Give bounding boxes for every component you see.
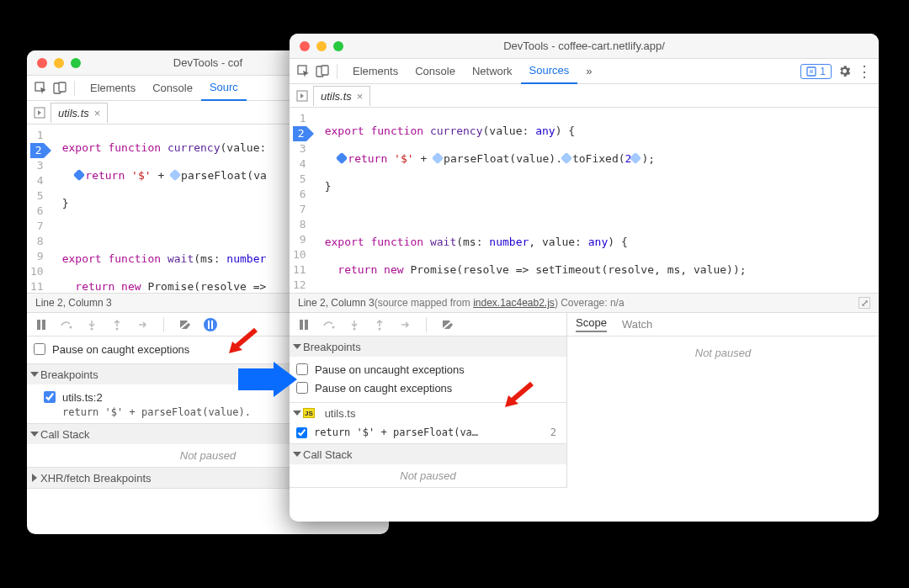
tab-sources[interactable]: Sourc xyxy=(201,76,247,101)
svg-point-7 xyxy=(91,327,93,330)
tab-scope[interactable]: Scope xyxy=(576,316,607,332)
step-into-icon[interactable] xyxy=(84,317,99,332)
gutter: 12345678910111213 xyxy=(27,124,50,293)
gutter: 12345678910111213 xyxy=(290,108,313,293)
svg-point-22 xyxy=(332,326,335,328)
file-tab[interactable]: utils.ts × xyxy=(50,103,108,123)
file-tab-label: utils.ts xyxy=(58,107,89,119)
deactivate-bp-icon[interactable] xyxy=(440,317,455,332)
annotation-arrow-red-2 xyxy=(502,380,535,409)
device-icon[interactable] xyxy=(315,64,330,79)
file-tab-label: utils.ts xyxy=(321,90,352,103)
not-paused-label: Not paused xyxy=(290,464,566,487)
js-file-icon: JS xyxy=(303,408,315,418)
deactivate-bp-icon[interactable] xyxy=(178,317,193,332)
pause-uncaught-checkbox[interactable]: Pause on uncaught exceptions xyxy=(296,360,560,379)
device-icon[interactable] xyxy=(52,81,67,96)
svg-rect-15 xyxy=(322,66,328,75)
debugger-toolbar xyxy=(290,313,566,336)
svg-rect-4 xyxy=(37,320,40,330)
annotation-arrow-blue xyxy=(238,362,299,397)
devtools-window-front: DevTools - coffee-cart.netlify.app/ Elem… xyxy=(290,34,879,522)
inspect-icon[interactable] xyxy=(34,81,49,96)
titlebar: DevTools - coffee-cart.netlify.app/ xyxy=(290,34,879,59)
code-body: export function currency(value: return '… xyxy=(50,124,267,293)
file-tabs: utils.ts × xyxy=(290,84,879,108)
source-map-link[interactable]: index.1ac4eab2.js xyxy=(473,297,555,309)
svg-point-23 xyxy=(354,327,356,330)
svg-rect-5 xyxy=(42,320,45,330)
svg-point-10 xyxy=(204,318,217,331)
svg-point-6 xyxy=(70,326,72,328)
issues-badge[interactable]: 1 xyxy=(800,64,832,79)
step-over-icon[interactable] xyxy=(322,317,337,332)
svg-rect-20 xyxy=(300,320,303,330)
close-icon[interactable]: × xyxy=(94,107,101,119)
svg-rect-12 xyxy=(211,320,213,329)
svg-point-24 xyxy=(379,327,381,330)
svg-point-8 xyxy=(116,327,119,330)
breakpoint-file-panel: JS utils.ts return '$' + parseFloat(va… … xyxy=(290,403,566,444)
panel-tabs: Elements Console Network Sources » xyxy=(344,59,797,84)
svg-rect-21 xyxy=(305,320,308,330)
svg-rect-16 xyxy=(807,67,816,76)
pause-icon[interactable] xyxy=(34,317,49,332)
status-bar: Line 2, Column 3 (source mapped from ind… xyxy=(290,293,879,313)
tab-watch[interactable]: Watch xyxy=(622,318,652,331)
tab-more[interactable]: » xyxy=(577,59,600,84)
step-icon[interactable] xyxy=(135,317,150,332)
callstack-header[interactable]: Call Stack xyxy=(290,444,566,464)
breakpoints-header[interactable]: Breakpoints xyxy=(290,336,566,357)
step-out-icon[interactable] xyxy=(372,317,387,332)
tab-sources[interactable]: Sources xyxy=(521,59,578,84)
source-map-info: (source mapped from index.1ac4eab2.js) C… xyxy=(375,297,625,309)
navigator-icon[interactable] xyxy=(295,88,310,103)
breakpoint-item[interactable]: return '$' + parseFloat(va… 2 xyxy=(296,425,563,440)
pause-exceptions-icon[interactable] xyxy=(203,317,218,332)
tab-console[interactable]: Console xyxy=(407,59,464,84)
scope-watch-tabs: Scope Watch xyxy=(567,313,879,336)
pause-icon[interactable] xyxy=(296,317,311,332)
close-icon[interactable]: × xyxy=(357,90,364,103)
svg-rect-11 xyxy=(208,320,210,329)
bp-checkbox[interactable] xyxy=(296,427,307,438)
code-body: export function currency(value: any) { r… xyxy=(313,108,747,293)
inspect-icon[interactable] xyxy=(296,64,311,79)
navigator-icon[interactable] xyxy=(32,105,47,120)
tab-network[interactable]: Network xyxy=(464,59,521,84)
step-out-icon[interactable] xyxy=(109,317,125,332)
svg-rect-2 xyxy=(59,82,66,92)
callstack-panel: Call Stack Not paused xyxy=(290,444,566,488)
cursor-position: Line 2, Column 3 xyxy=(35,297,112,309)
tab-console[interactable]: Console xyxy=(144,76,201,101)
code-editor[interactable]: 12345678910111213 export function curren… xyxy=(290,108,879,293)
kebab-icon[interactable]: ⋮ xyxy=(857,64,872,79)
bp-line-number: 2 xyxy=(550,426,563,438)
step-into-icon[interactable] xyxy=(347,317,362,332)
window-title: DevTools - coffee-cart.netlify.app/ xyxy=(290,40,879,52)
step-over-icon[interactable] xyxy=(59,317,74,332)
not-paused-label: Not paused xyxy=(567,336,879,364)
annotation-arrow-red-1 xyxy=(226,326,259,355)
main-toolbar: Elements Console Network Sources » 1 ⋮ xyxy=(290,59,879,84)
debugger-right: Scope Watch Not paused xyxy=(567,313,879,488)
tab-elements[interactable]: Elements xyxy=(344,59,407,84)
popout-icon[interactable]: ⤢ xyxy=(858,297,870,309)
cursor-position: Line 2, Column 3 xyxy=(298,297,375,309)
step-icon[interactable] xyxy=(397,317,412,332)
gear-icon[interactable] xyxy=(837,64,852,79)
debugger-pane: Breakpoints Pause on uncaught exceptions… xyxy=(290,313,879,488)
file-tab[interactable]: utils.ts × xyxy=(313,86,370,106)
tab-elements[interactable]: Elements xyxy=(82,76,144,101)
